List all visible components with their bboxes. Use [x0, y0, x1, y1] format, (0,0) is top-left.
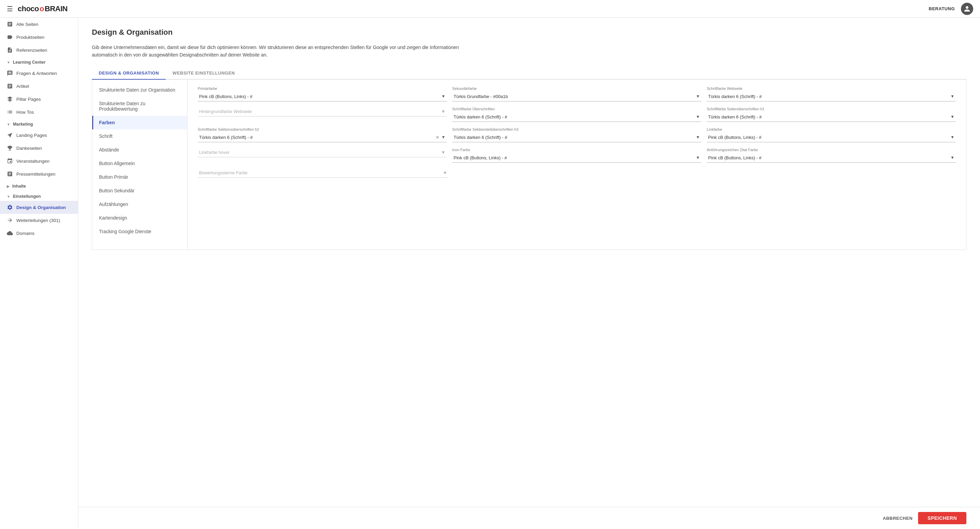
linkfarbe-hover-group: Linkfarbe hover ▼: [198, 148, 447, 163]
nav-aufzaehlungen[interactable]: Aufzählungen: [92, 198, 187, 211]
schriftfarbe-sektionsteile-group: Schriftfarbe Sektionsteilüberschriften h…: [452, 127, 701, 142]
form-row-1: Primärfarbe Pink cB (Buttons, Links) - #…: [198, 86, 956, 102]
nav-abstaende[interactable]: Abstände: [92, 143, 187, 156]
tabs: DESIGN & ORGANISATION WEBSITE EINSTELLUN…: [92, 67, 966, 80]
linkfarbe-group: Linkfarbe Pink cB (Buttons, Links) - # ▼: [707, 127, 956, 142]
primaerfarbe-group: Primärfarbe Pink cB (Buttons, Links) - #…: [198, 86, 447, 102]
tab-design-organisation[interactable]: DESIGN & ORGANISATION: [92, 67, 166, 80]
schriftfarbe-sektionsueberschriften-group: Schriftfarbe Sektionsüberschriften h2 Tü…: [198, 127, 447, 142]
sidebar-item-produktseiten[interactable]: Produktseiten: [0, 31, 78, 43]
sekundaerfarbe-select[interactable]: Türkis Grundfarbe - #00a1b ▼: [452, 92, 701, 102]
sidebar-item-veranstaltungen[interactable]: Veranstaltungen: [0, 155, 78, 167]
schriftfarbe-webseite-select[interactable]: Türkis darken 6 (Schrift) - # ▼: [707, 92, 956, 102]
chevron-down-icon: ▼: [950, 135, 955, 140]
sidebar-section-learning-center[interactable]: ▼ Learning Center: [0, 56, 78, 67]
logo-choco: choco: [18, 5, 39, 13]
nav-button-allgemein[interactable]: Button Allgemein: [92, 156, 187, 170]
sidebar-section-einstellungen[interactable]: ▼ Einstellungen: [0, 191, 78, 201]
redirect-icon: [7, 217, 13, 223]
clear-icon[interactable]: ✕: [436, 135, 439, 140]
primaerfarbe-select[interactable]: Pink cB (Buttons, Links) - # ▼: [198, 92, 447, 102]
nav-kartendesign[interactable]: Kartendesign: [92, 211, 187, 225]
schriftfarbe-sektionsteile-select[interactable]: Türkis darken 6 (Schrift) - # ▼: [452, 133, 701, 142]
sidebar-item-label: Alle Seiten: [16, 22, 38, 27]
sidebar-item-label: Veranstaltungen: [16, 159, 50, 164]
chevron-down-icon: ▼: [696, 135, 700, 140]
calendar-icon: [7, 158, 13, 164]
press-icon: [7, 171, 13, 177]
sidebar-item-label: Produktseiten: [16, 35, 45, 40]
sidebar-item-pillar-pages[interactable]: Pillar Pages: [0, 92, 78, 105]
save-button[interactable]: SPEICHERN: [918, 512, 966, 524]
schriftfarbe-webseite-value: Türkis darken 6 (Schrift) - #: [708, 94, 949, 99]
schriftfarbe-sektionsueberschriften-select[interactable]: Türkis darken 6 (Schrift) - # ✕ ▼: [198, 133, 447, 142]
tag-icon: [7, 34, 13, 40]
bewertungssterne-select[interactable]: Bewertungssterne Farbe ▼: [198, 168, 449, 178]
sidebar-item-label: Referenzseiten: [16, 48, 47, 53]
icon-farbe-select[interactable]: Pink cB (Buttons, Links) - # ▼: [452, 153, 701, 163]
description-text: Gib deine Unternehmensdaten ein, damit w…: [92, 43, 466, 59]
linkfarbe-select[interactable]: Pink cB (Buttons, Links) - # ▼: [707, 133, 956, 142]
schriftfarbe-ueberschriften-group: Schriftfarbe Überschriften Türkis darken…: [452, 107, 701, 122]
schriftfarbe-seitenueberschriften-select[interactable]: Türkis darken 6 (Schrift) - # ▼: [707, 112, 956, 122]
avatar[interactable]: [961, 3, 973, 15]
sidebar-item-how-tos[interactable]: How Tos: [0, 105, 78, 118]
landing-icon: [7, 132, 13, 138]
anfuehrungszeichen-select[interactable]: Pink cB (Buttons, Links) - # ▼: [707, 153, 956, 163]
sidebar-item-alle-seiten[interactable]: Alle Seiten: [0, 18, 78, 31]
hamburger-icon[interactable]: ☰: [7, 5, 13, 13]
chevron-down-icon: ▼: [696, 155, 700, 160]
tab-website-einstellungen[interactable]: WEBSITE EINSTELLUNGEN: [166, 67, 242, 80]
sidebar-item-fragen-antworten[interactable]: Fragen & Antworten: [0, 67, 78, 80]
sidebar-item-artikel[interactable]: Artikel: [0, 80, 78, 92]
chevron-down-icon: ▼: [443, 170, 447, 175]
linkfarbe-hover-select[interactable]: Linkfarbe hover ▼: [198, 148, 447, 157]
hintergrundfarbe-select[interactable]: Hintergrundfarbe Webseite ▼: [198, 107, 447, 116]
nav-farben[interactable]: Farben: [92, 116, 187, 129]
sidebar-item-label: Dankeseiten: [16, 146, 42, 151]
cancel-button[interactable]: ABBRECHEN: [883, 516, 913, 521]
chevron-down-icon: ▼: [950, 115, 955, 119]
chevron-down-icon: ▼: [441, 150, 445, 155]
doc-icon: [7, 47, 13, 53]
primaerfarbe-label: Primärfarbe: [198, 86, 447, 91]
linkfarbe-label: Linkfarbe: [707, 127, 956, 131]
schriftfarbe-sektionsteile-value: Türkis darken 6 (Schrift) - #: [453, 135, 695, 140]
form-row-5: Bewertungssterne Farbe ▼: [198, 168, 956, 178]
sidebar-item-label: Domains: [16, 231, 34, 236]
sidebar-item-landing-pages[interactable]: Landing Pages: [0, 129, 78, 142]
schriftfarbe-webseite-group: Schriftfarbe Webseite Türkis darken 6 (S…: [707, 86, 956, 102]
icon-farbe-group: Icon Farbe Pink cB (Buttons, Links) - # …: [452, 148, 701, 163]
sidebar-section-inhalte[interactable]: ▶ Inhalte: [0, 180, 78, 191]
schriftfarbe-ueberschriften-label: Schriftfarbe Überschriften: [452, 107, 701, 111]
schriftfarbe-webseite-label: Schriftfarbe Webseite: [707, 86, 956, 91]
sidebar-item-dankeseiten[interactable]: Dankeseiten: [0, 142, 78, 155]
schriftfarbe-seitenueberschriften-group: Schriftfarbe Seitenüberschriften h1 Türk…: [707, 107, 956, 122]
nav-strukturierte-daten-prod[interactable]: Strukturierte Daten zu Produktbewertung: [92, 97, 187, 116]
sidebar-item-pressemitteilungen[interactable]: Pressemitteilungen: [0, 167, 78, 180]
chevron-down-icon: ▼: [441, 94, 445, 99]
sekundaerfarbe-group: Sekundärfarbe Türkis Grundfarbe - #00a1b…: [452, 86, 701, 102]
nav-schrift[interactable]: Schrift: [92, 129, 187, 143]
sidebar-item-domains[interactable]: Domains: [0, 227, 78, 240]
nav-button-sekundaer[interactable]: Button Sekundär: [92, 184, 187, 198]
nav-tracking-google[interactable]: Tracking Google Dienste: [92, 225, 187, 238]
schriftfarbe-seitenueberschriften-value: Türkis darken 6 (Schrift) - #: [708, 115, 949, 120]
nav-strukturierte-daten-org[interactable]: Strukturierte Daten zur Organisation: [92, 83, 187, 97]
top-header: ☰ chocooBRAIN BERATUNG: [0, 0, 980, 18]
sidebar-item-label: Pressemitteilungen: [16, 172, 56, 177]
sidebar-section-marketing[interactable]: ▼ Marketing: [0, 118, 78, 129]
form-area: Primärfarbe Pink cB (Buttons, Links) - #…: [188, 80, 966, 250]
schriftfarbe-sektionsteile-label: Schriftfarbe Sektionsteilüberschriften h…: [452, 127, 701, 131]
section-label: Learning Center: [13, 60, 46, 65]
anfuehrungszeichen-value: Pink cB (Buttons, Links) - #: [708, 155, 949, 160]
schriftfarbe-seitenueberschriften-label: Schriftfarbe Seitenüberschriften h1: [707, 107, 956, 111]
beratung-label: BERATUNG: [929, 6, 955, 11]
schriftfarbe-ueberschriften-select[interactable]: Türkis darken 6 (Schrift) - # ▼: [452, 112, 701, 122]
sidebar-item-design-organisation[interactable]: Design & Organisation: [0, 201, 78, 214]
nav-button-primaer[interactable]: Button Primär: [92, 170, 187, 184]
sidebar-item-weiterleitungen[interactable]: Weiterleitungen (301): [0, 214, 78, 227]
sidebar-item-label: Pillar Pages: [16, 97, 41, 102]
sidebar-item-referenzseiten[interactable]: Referenzseiten: [0, 43, 78, 56]
chat-icon: [7, 70, 13, 76]
